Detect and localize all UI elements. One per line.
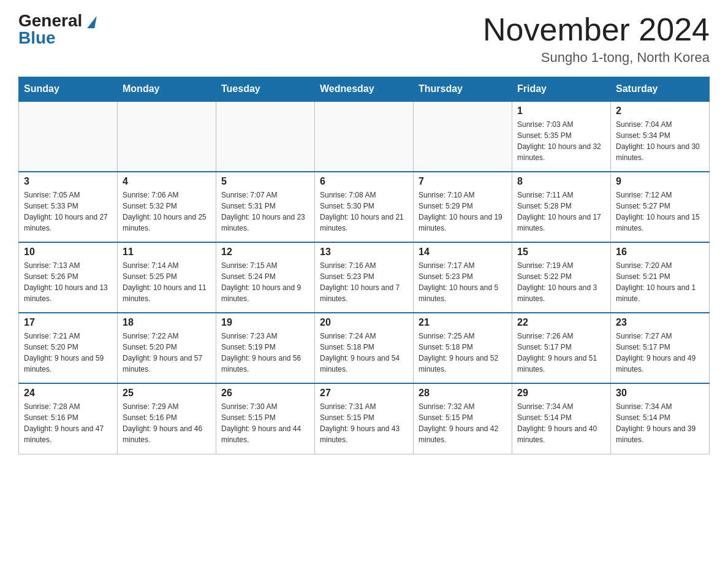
day-info: Sunrise: 7:23 AMSunset: 5:19 PMDaylight:… — [221, 331, 309, 375]
week-row-5: 24Sunrise: 7:28 AMSunset: 5:16 PMDayligh… — [19, 383, 710, 454]
day-number: 2 — [616, 105, 704, 117]
day-info: Sunrise: 7:15 AMSunset: 5:24 PMDaylight:… — [221, 260, 309, 304]
calendar-cell: 25Sunrise: 7:29 AMSunset: 5:16 PMDayligh… — [118, 383, 216, 454]
day-info: Sunrise: 7:29 AMSunset: 5:16 PMDaylight:… — [123, 401, 211, 445]
day-number: 28 — [419, 388, 507, 399]
column-header-saturday: Saturday — [611, 77, 710, 102]
week-row-1: 1Sunrise: 7:03 AMSunset: 5:35 PMDaylight… — [19, 101, 710, 172]
calendar-table: SundayMondayTuesdayWednesdayThursdayFrid… — [18, 77, 710, 454]
day-info: Sunrise: 7:32 AMSunset: 5:15 PMDaylight:… — [419, 401, 507, 445]
day-number: 26 — [221, 388, 309, 399]
day-number: 27 — [320, 388, 408, 399]
calendar-cell: 13Sunrise: 7:16 AMSunset: 5:23 PMDayligh… — [315, 242, 414, 313]
calendar-cell: 23Sunrise: 7:27 AMSunset: 5:17 PMDayligh… — [611, 313, 710, 383]
column-header-friday: Friday — [512, 77, 611, 102]
calendar-cell: 10Sunrise: 7:13 AMSunset: 5:26 PMDayligh… — [19, 242, 118, 313]
day-number: 12 — [221, 247, 309, 258]
day-info: Sunrise: 7:07 AMSunset: 5:31 PMDaylight:… — [221, 190, 309, 234]
day-number: 30 — [616, 388, 704, 399]
calendar-cell: 19Sunrise: 7:23 AMSunset: 5:19 PMDayligh… — [216, 313, 315, 383]
calendar-cell: 17Sunrise: 7:21 AMSunset: 5:20 PMDayligh… — [19, 313, 118, 383]
calendar-cell: 12Sunrise: 7:15 AMSunset: 5:24 PMDayligh… — [216, 242, 315, 313]
day-number: 16 — [616, 247, 704, 258]
column-header-sunday: Sunday — [19, 77, 118, 102]
day-number: 7 — [419, 176, 507, 187]
day-info: Sunrise: 7:10 AMSunset: 5:29 PMDaylight:… — [419, 190, 507, 234]
day-info: Sunrise: 7:27 AMSunset: 5:17 PMDaylight:… — [616, 331, 704, 375]
calendar-cell: 15Sunrise: 7:19 AMSunset: 5:22 PMDayligh… — [512, 242, 611, 313]
calendar-cell: 26Sunrise: 7:30 AMSunset: 5:15 PMDayligh… — [216, 383, 315, 454]
day-number: 17 — [24, 317, 112, 328]
calendar-cell — [118, 101, 216, 172]
day-info: Sunrise: 7:14 AMSunset: 5:25 PMDaylight:… — [123, 260, 211, 304]
day-number: 22 — [517, 317, 605, 328]
day-info: Sunrise: 7:11 AMSunset: 5:28 PMDaylight:… — [517, 190, 605, 234]
day-number: 5 — [221, 176, 309, 187]
day-info: Sunrise: 7:25 AMSunset: 5:18 PMDaylight:… — [419, 331, 507, 375]
week-row-2: 3Sunrise: 7:05 AMSunset: 5:33 PMDaylight… — [19, 172, 710, 242]
calendar-cell: 6Sunrise: 7:08 AMSunset: 5:30 PMDaylight… — [315, 172, 414, 242]
day-number: 19 — [221, 317, 309, 328]
calendar-cell: 16Sunrise: 7:20 AMSunset: 5:21 PMDayligh… — [611, 242, 710, 313]
calendar-cell: 3Sunrise: 7:05 AMSunset: 5:33 PMDaylight… — [19, 172, 118, 242]
calendar-cell — [19, 101, 118, 172]
week-row-3: 10Sunrise: 7:13 AMSunset: 5:26 PMDayligh… — [19, 242, 710, 313]
calendar-cell: 1Sunrise: 7:03 AMSunset: 5:35 PMDaylight… — [512, 101, 611, 172]
calendar-cell: 20Sunrise: 7:24 AMSunset: 5:18 PMDayligh… — [315, 313, 414, 383]
month-title: November 2024 — [483, 12, 710, 47]
calendar-cell: 7Sunrise: 7:10 AMSunset: 5:29 PMDaylight… — [414, 172, 512, 242]
day-number: 14 — [419, 247, 507, 258]
calendar-cell — [414, 101, 512, 172]
calendar-cell: 21Sunrise: 7:25 AMSunset: 5:18 PMDayligh… — [414, 313, 512, 383]
day-info: Sunrise: 7:24 AMSunset: 5:18 PMDaylight:… — [320, 331, 408, 375]
day-info: Sunrise: 7:19 AMSunset: 5:22 PMDaylight:… — [517, 260, 605, 304]
day-info: Sunrise: 7:26 AMSunset: 5:17 PMDaylight:… — [517, 331, 605, 375]
day-info: Sunrise: 7:31 AMSunset: 5:15 PMDaylight:… — [320, 401, 408, 445]
day-number: 4 — [123, 176, 211, 187]
day-number: 11 — [123, 247, 211, 258]
calendar-cell — [216, 101, 315, 172]
day-info: Sunrise: 7:30 AMSunset: 5:15 PMDaylight:… — [221, 401, 309, 445]
column-header-tuesday: Tuesday — [216, 77, 315, 102]
calendar-cell: 30Sunrise: 7:34 AMSunset: 5:14 PMDayligh… — [611, 383, 710, 454]
calendar-cell: 5Sunrise: 7:07 AMSunset: 5:31 PMDaylight… — [216, 172, 315, 242]
logo-blue-text: Blue — [18, 29, 56, 47]
day-info: Sunrise: 7:13 AMSunset: 5:26 PMDaylight:… — [24, 260, 112, 304]
day-number: 18 — [123, 317, 211, 328]
calendar-cell: 27Sunrise: 7:31 AMSunset: 5:15 PMDayligh… — [315, 383, 414, 454]
day-number: 9 — [616, 176, 704, 187]
day-number: 24 — [24, 388, 112, 399]
day-info: Sunrise: 7:06 AMSunset: 5:32 PMDaylight:… — [123, 190, 211, 234]
title-block: November 2024 Sungho 1-tong, North Korea — [483, 12, 710, 66]
calendar-cell: 24Sunrise: 7:28 AMSunset: 5:16 PMDayligh… — [19, 383, 118, 454]
day-info: Sunrise: 7:28 AMSunset: 5:16 PMDaylight:… — [24, 401, 112, 445]
calendar-cell: 18Sunrise: 7:22 AMSunset: 5:20 PMDayligh… — [118, 313, 216, 383]
day-number: 10 — [24, 247, 112, 258]
day-number: 1 — [517, 105, 605, 117]
day-info: Sunrise: 7:22 AMSunset: 5:20 PMDaylight:… — [123, 331, 211, 375]
day-number: 29 — [517, 388, 605, 399]
day-number: 8 — [517, 176, 605, 187]
calendar-cell: 2Sunrise: 7:04 AMSunset: 5:34 PMDaylight… — [611, 101, 710, 172]
day-info: Sunrise: 7:21 AMSunset: 5:20 PMDaylight:… — [24, 331, 112, 375]
calendar-cell: 11Sunrise: 7:14 AMSunset: 5:25 PMDayligh… — [118, 242, 216, 313]
calendar-cell: 29Sunrise: 7:34 AMSunset: 5:14 PMDayligh… — [512, 383, 611, 454]
calendar-cell — [315, 101, 414, 172]
day-info: Sunrise: 7:20 AMSunset: 5:21 PMDaylight:… — [616, 260, 704, 304]
calendar-cell: 4Sunrise: 7:06 AMSunset: 5:32 PMDaylight… — [118, 172, 216, 242]
day-info: Sunrise: 7:04 AMSunset: 5:34 PMDaylight:… — [616, 119, 704, 163]
location-text: Sungho 1-tong, North Korea — [483, 50, 710, 66]
calendar-cell: 9Sunrise: 7:12 AMSunset: 5:27 PMDaylight… — [611, 172, 710, 242]
calendar-cell: 22Sunrise: 7:26 AMSunset: 5:17 PMDayligh… — [512, 313, 611, 383]
day-info: Sunrise: 7:34 AMSunset: 5:14 PMDaylight:… — [517, 401, 605, 445]
calendar-header-row: SundayMondayTuesdayWednesdayThursdayFrid… — [19, 77, 710, 102]
day-info: Sunrise: 7:05 AMSunset: 5:33 PMDaylight:… — [24, 190, 112, 234]
day-number: 23 — [616, 317, 704, 328]
day-number: 13 — [320, 247, 408, 258]
day-info: Sunrise: 7:03 AMSunset: 5:35 PMDaylight:… — [517, 119, 605, 163]
week-row-4: 17Sunrise: 7:21 AMSunset: 5:20 PMDayligh… — [19, 313, 710, 383]
day-info: Sunrise: 7:08 AMSunset: 5:30 PMDaylight:… — [320, 190, 408, 234]
calendar-cell: 8Sunrise: 7:11 AMSunset: 5:28 PMDaylight… — [512, 172, 611, 242]
day-number: 3 — [24, 176, 112, 187]
column-header-monday: Monday — [118, 77, 216, 102]
